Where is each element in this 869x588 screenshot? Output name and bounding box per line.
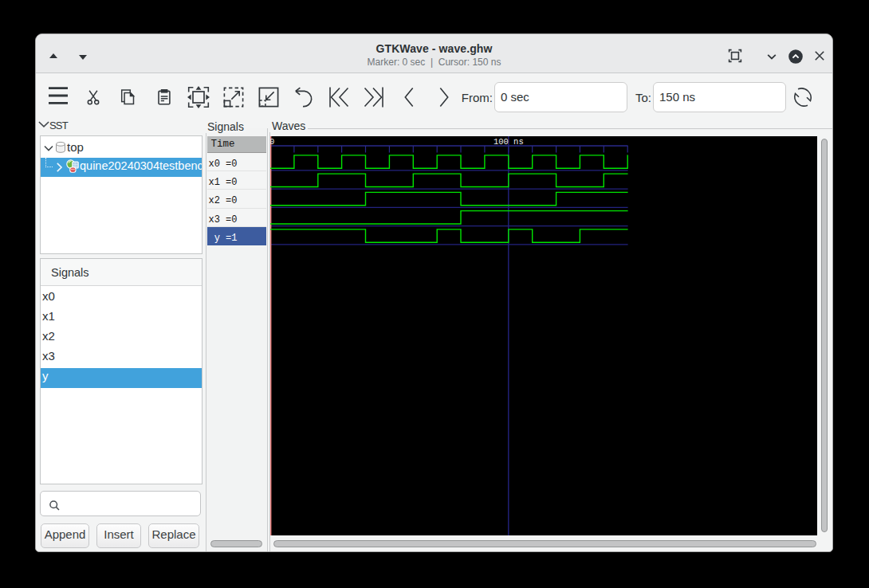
- svg-text:100 ns: 100 ns: [493, 137, 524, 147]
- svg-text:0: 0: [270, 137, 274, 147]
